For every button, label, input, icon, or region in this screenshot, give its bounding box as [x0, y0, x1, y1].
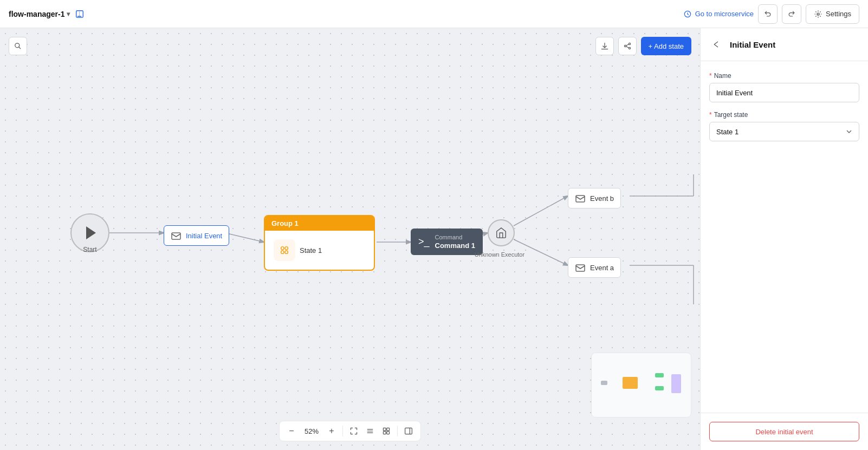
svg-rect-31	[387, 432, 390, 434]
event-a-node[interactable]: Event a	[568, 257, 621, 278]
book-icon[interactable]	[74, 9, 85, 19]
group-state-node[interactable]: Group 1 State 1	[264, 215, 375, 271]
canvas-top-right-toolbar: + Add state	[595, 37, 691, 55]
target-state-select[interactable]: State 1 State 2	[709, 122, 859, 141]
command-type: Command	[435, 234, 475, 240]
minimap	[591, 353, 691, 418]
search-button[interactable]	[9, 37, 27, 55]
svg-line-10	[514, 196, 568, 226]
flow-canvas[interactable]: + Add state	[0, 28, 700, 450]
svg-rect-21	[576, 195, 585, 202]
go-to-microservice-link[interactable]: Go to microservice	[683, 10, 754, 18]
svg-rect-16	[172, 233, 180, 239]
mail-icon	[171, 230, 182, 241]
canvas-zoom-toolbar: − 52% +	[279, 421, 421, 441]
grid-button[interactable]	[379, 423, 394, 439]
arrange-button[interactable]	[362, 423, 378, 439]
terminal-icon: >_	[418, 236, 430, 247]
event-a-label: Event a	[590, 264, 614, 272]
app-header: flow-manager-1 ▾ Go to microservice	[0, 0, 868, 28]
panel-footer: Delete initial event	[701, 413, 868, 450]
main-layout: + Add state	[0, 28, 868, 450]
name-field-label: * Name	[709, 72, 859, 80]
fit-view-button[interactable]	[346, 423, 361, 439]
download-button[interactable]	[595, 37, 614, 55]
group-state-icon	[274, 239, 295, 261]
svg-point-20	[285, 251, 288, 254]
app-title-group: flow-manager-1 ▾	[9, 10, 70, 18]
initial-event-label: Initial Event	[186, 232, 222, 240]
panel-content: * Name * Target state State 1 State 2	[701, 61, 868, 413]
group-header: Group 1	[265, 216, 374, 231]
add-state-button[interactable]: + Add state	[641, 37, 691, 55]
group-body: State 1	[265, 231, 374, 270]
start-node[interactable]: Start	[70, 213, 109, 252]
target-state-required-indicator: *	[709, 111, 712, 119]
svg-rect-25	[655, 373, 664, 377]
redo-button[interactable]	[782, 4, 801, 24]
app-title: flow-manager-1	[9, 10, 64, 18]
panel-toggle-button[interactable]	[401, 423, 416, 439]
settings-button[interactable]: Settings	[806, 4, 859, 24]
svg-point-17	[281, 247, 284, 250]
svg-rect-24	[623, 377, 638, 389]
canvas-search-toolbar	[9, 37, 27, 55]
minimap-svg	[595, 358, 688, 412]
svg-rect-27	[671, 374, 681, 393]
svg-point-18	[285, 247, 288, 250]
name-input[interactable]	[709, 83, 859, 102]
event-a-mail-icon	[575, 262, 586, 273]
panel-back-button[interactable]	[709, 37, 724, 52]
play-icon	[86, 226, 96, 239]
executor-node[interactable]	[488, 219, 515, 246]
start-label: Start	[72, 246, 108, 253]
command-name: Command 1	[435, 242, 475, 250]
svg-point-19	[281, 251, 284, 254]
right-panel: Initial Event * Name * Target state Stat…	[700, 28, 868, 450]
zoom-divider	[342, 426, 343, 436]
svg-rect-22	[576, 265, 585, 271]
undo-button[interactable]	[758, 4, 778, 24]
svg-rect-26	[655, 386, 664, 390]
svg-point-1	[817, 13, 819, 15]
target-state-field-label: * Target state	[709, 111, 859, 119]
event-b-mail-icon	[575, 193, 586, 204]
group-state-label: State 1	[300, 246, 322, 255]
svg-rect-23	[601, 381, 607, 385]
svg-rect-28	[383, 428, 386, 431]
delete-initial-event-button[interactable]: Delete initial event	[709, 422, 859, 441]
minimap-inner	[592, 353, 691, 417]
initial-event-node[interactable]: Initial Event	[164, 225, 229, 246]
event-b-label: Event b	[590, 194, 614, 203]
event-b-node[interactable]: Event b	[568, 188, 621, 208]
panel-header: Initial Event	[701, 28, 868, 61]
tool-divider	[397, 426, 398, 436]
panel-title: Initial Event	[730, 40, 775, 49]
zoom-out-button[interactable]: −	[284, 423, 299, 439]
svg-rect-32	[405, 428, 412, 434]
zoom-in-button[interactable]: +	[324, 423, 339, 439]
zoom-level: 52%	[300, 427, 323, 435]
name-required-indicator: *	[709, 72, 712, 80]
svg-rect-29	[387, 428, 390, 431]
title-chevron-icon[interactable]: ▾	[67, 10, 70, 18]
share-button[interactable]	[618, 37, 637, 55]
svg-rect-30	[383, 432, 386, 434]
svg-line-7	[225, 233, 264, 242]
executor-label: Unknown Executor	[467, 251, 532, 258]
